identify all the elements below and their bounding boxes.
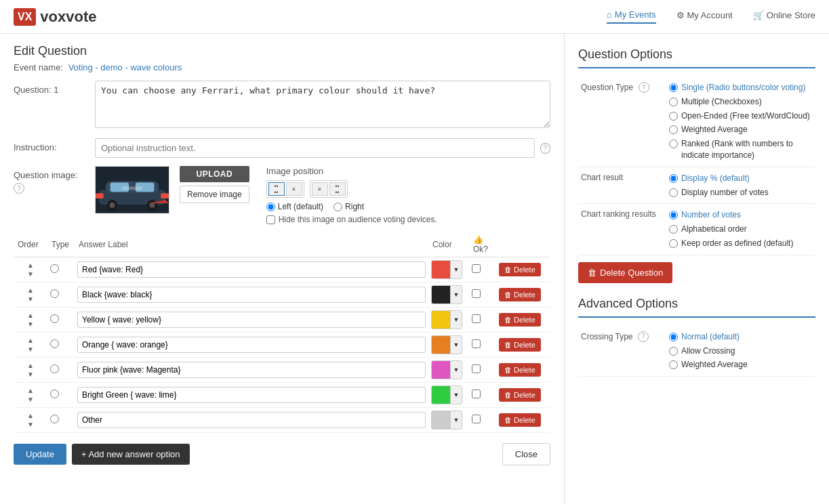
crossing-weighted-radio[interactable]: [669, 360, 678, 369]
answer-type-radio[interactable]: [50, 339, 59, 348]
answer-label-input[interactable]: [77, 337, 426, 353]
crossing-help-icon[interactable]: ?: [638, 331, 649, 342]
rank-keep-label[interactable]: Keep order as defined (default): [669, 238, 813, 249]
type-weighted-radio[interactable]: [669, 125, 678, 134]
type-single-label[interactable]: Single (Radio buttons/color voting): [669, 82, 813, 93]
image-help-icon[interactable]: ?: [14, 183, 24, 194]
crossing-normal-radio[interactable]: [669, 333, 678, 341]
ok-checkbox[interactable]: [472, 415, 481, 423]
color-swatch[interactable]: [431, 285, 450, 304]
answer-type-radio[interactable]: [50, 314, 59, 323]
type-help-icon[interactable]: ?: [639, 82, 649, 93]
answer-label-input[interactable]: [77, 312, 426, 328]
delete-question-button[interactable]: 🗑 Delete Question: [578, 262, 672, 283]
arrow-up-btn[interactable]: ▲: [26, 337, 35, 345]
text-left-icon[interactable]: ≡: [286, 182, 302, 196]
rank-votes-label[interactable]: Number of votes: [669, 209, 813, 221]
color-dropdown-btn[interactable]: ▼: [450, 260, 462, 279]
crossing-weighted-label[interactable]: Weighted Average: [669, 359, 813, 371]
type-multiple-label[interactable]: Multiple (Checkboxes): [669, 96, 813, 108]
answer-label-input[interactable]: [77, 261, 426, 278]
color-dropdown-btn[interactable]: ▼: [450, 385, 462, 404]
ok-checkbox[interactable]: [472, 390, 481, 398]
arrow-down-btn[interactable]: ▼: [26, 396, 35, 404]
type-open-radio[interactable]: [669, 112, 678, 121]
position-left-radio[interactable]: [266, 203, 275, 211]
answer-type-radio[interactable]: [50, 364, 59, 373]
arrow-up-btn[interactable]: ▲: [26, 362, 35, 370]
arrow-up-btn[interactable]: ▲: [26, 387, 35, 395]
chart-votes-radio[interactable]: [669, 188, 678, 197]
position-right-radio[interactable]: [333, 203, 342, 211]
chart-pct-radio[interactable]: [669, 174, 678, 183]
answer-type-radio[interactable]: [50, 289, 59, 298]
answer-type-radio[interactable]: [50, 390, 59, 398]
image-right-icon[interactable]: ▪▪▪▪: [329, 182, 346, 196]
chart-pct-label[interactable]: Display % (default): [669, 173, 813, 184]
remove-image-button[interactable]: Remove image: [180, 186, 249, 203]
color-dropdown-btn[interactable]: ▼: [450, 310, 462, 329]
color-swatch[interactable]: [431, 260, 450, 279]
color-swatch[interactable]: [431, 360, 450, 379]
chart-votes-label[interactable]: Display number of votes: [669, 187, 813, 198]
type-weighted-label[interactable]: Weighted Average: [669, 124, 813, 135]
delete-answer-button[interactable]: 🗑 Delete: [499, 263, 541, 276]
rank-alpha-radio[interactable]: [669, 225, 678, 234]
color-dropdown-btn[interactable]: ▼: [450, 411, 462, 429]
answer-type-radio[interactable]: [50, 264, 59, 273]
delete-answer-button[interactable]: 🗑 Delete: [499, 413, 541, 427]
ok-checkbox[interactable]: [472, 314, 481, 323]
arrow-up-btn[interactable]: ▲: [26, 261, 35, 270]
position-right-label[interactable]: Right: [333, 202, 364, 211]
color-swatch[interactable]: [431, 335, 450, 354]
event-link[interactable]: Voting - demo - wave colours: [68, 62, 182, 72]
nav-online-store[interactable]: 🛒 Online Store: [753, 10, 815, 23]
hide-image-checkbox[interactable]: [266, 215, 275, 224]
arrow-down-btn[interactable]: ▼: [26, 345, 35, 354]
delete-answer-button[interactable]: 🗑 Delete: [499, 338, 541, 352]
arrow-down-btn[interactable]: ▼: [26, 295, 35, 303]
rank-keep-radio[interactable]: [669, 239, 678, 248]
ok-checkbox[interactable]: [472, 264, 481, 273]
crossing-allow-radio[interactable]: [669, 347, 678, 356]
color-dropdown-btn[interactable]: ▼: [450, 285, 462, 304]
nav-my-events[interactable]: ⌂ My Events: [607, 9, 656, 24]
arrow-up-btn[interactable]: ▲: [26, 312, 35, 320]
color-swatch[interactable]: [431, 411, 450, 429]
type-ranked-radio[interactable]: [669, 140, 678, 148]
nav-my-account[interactable]: ⚙ My Account: [676, 10, 733, 23]
delete-answer-button[interactable]: 🗑 Delete: [499, 363, 541, 377]
close-button[interactable]: Close: [502, 443, 550, 465]
type-open-label[interactable]: Open-Ended (Free text/WordCloud): [669, 110, 813, 122]
arrow-down-btn[interactable]: ▼: [26, 270, 35, 278]
add-answer-button[interactable]: + Add new answer option: [72, 444, 190, 465]
image-left-icon[interactable]: ▪▪▪▪: [268, 182, 285, 196]
arrow-up-btn[interactable]: ▲: [26, 412, 35, 420]
color-dropdown-btn[interactable]: ▼: [450, 335, 462, 354]
text-right-icon[interactable]: ≡: [312, 182, 328, 196]
ok-checkbox[interactable]: [472, 289, 481, 298]
answer-type-radio[interactable]: [50, 415, 59, 423]
delete-answer-button[interactable]: 🗑 Delete: [499, 388, 541, 402]
answer-label-input[interactable]: [77, 287, 426, 303]
upload-button[interactable]: UPLOAD: [180, 166, 249, 182]
crossing-allow-label[interactable]: Allow Crossing: [669, 345, 813, 357]
crossing-normal-label[interactable]: Normal (default): [669, 331, 813, 343]
type-ranked-label[interactable]: Ranked (Rank with numbers to indicate im…: [669, 138, 813, 161]
ok-checkbox[interactable]: [472, 339, 481, 348]
answer-label-input[interactable]: [77, 362, 426, 378]
question-textarea[interactable]: You can choose any Ferrari, what primary…: [95, 81, 550, 128]
type-single-radio[interactable]: [669, 83, 678, 92]
rank-votes-radio[interactable]: [669, 211, 678, 219]
update-button[interactable]: Update: [14, 444, 66, 465]
answer-label-input[interactable]: [77, 412, 426, 428]
position-left-label[interactable]: Left (default): [266, 202, 323, 211]
answer-label-input[interactable]: [77, 387, 426, 403]
ok-checkbox[interactable]: [472, 364, 481, 373]
instruction-input[interactable]: [95, 138, 535, 158]
type-multiple-radio[interactable]: [669, 98, 678, 106]
arrow-down-btn[interactable]: ▼: [26, 421, 35, 429]
color-swatch[interactable]: [431, 310, 450, 329]
arrow-up-btn[interactable]: ▲: [26, 287, 35, 295]
delete-answer-button[interactable]: 🗑 Delete: [499, 313, 541, 327]
